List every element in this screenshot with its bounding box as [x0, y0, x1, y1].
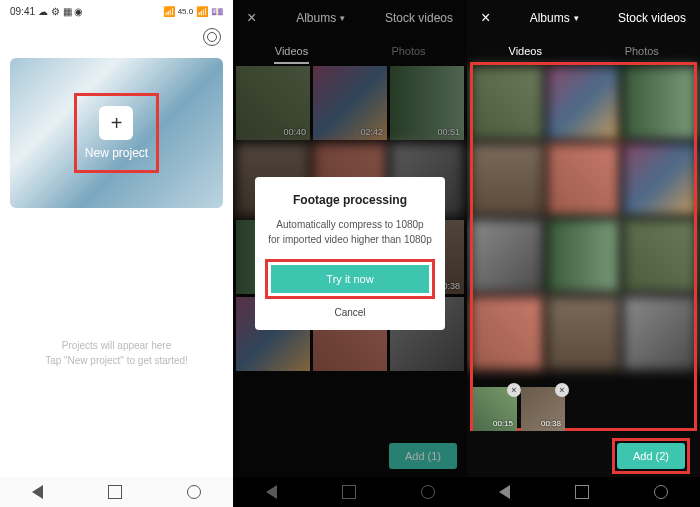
highlight-box: + New project: [74, 93, 159, 173]
screen-picker-selected: × Albums▾ Stock videos Videos Photos × 0…: [467, 0, 700, 507]
media-thumb[interactable]: [623, 296, 697, 370]
media-thumb[interactable]: [547, 296, 621, 370]
screen-picker-modal: × Albums▾ Stock videos Videos Photos 00:…: [233, 0, 467, 507]
media-thumb[interactable]: [470, 219, 544, 293]
modal-body: Automatically compress to 1080p for impo…: [265, 217, 435, 247]
nav-recent-icon[interactable]: [654, 485, 668, 499]
chevron-down-icon: ▾: [574, 13, 579, 23]
media-thumb[interactable]: [470, 66, 544, 140]
status-bar: 09:41 ☁ ⚙ ▦ ◉ 📶 45.0 📶 💷: [0, 0, 233, 22]
media-thumb[interactable]: [470, 143, 544, 217]
media-thumb[interactable]: [547, 143, 621, 217]
nav-home-icon[interactable]: [575, 485, 589, 499]
status-time: 09:41: [10, 6, 35, 17]
close-icon[interactable]: ×: [481, 9, 490, 27]
media-thumb[interactable]: [547, 66, 621, 140]
nav-back-icon[interactable]: [32, 485, 43, 499]
media-thumb[interactable]: [470, 296, 544, 370]
nav-bar: [467, 477, 700, 507]
footage-modal: Footage processing Automatically compres…: [255, 177, 445, 330]
add-bar: Add (2): [467, 435, 700, 477]
try-it-now-button[interactable]: Try it now: [271, 265, 429, 293]
new-project-label: New project: [85, 146, 148, 160]
media-thumb[interactable]: [623, 66, 697, 140]
highlight-box: Add (2): [612, 438, 690, 474]
stock-videos-link[interactable]: Stock videos: [618, 11, 686, 25]
media-thumb[interactable]: [547, 219, 621, 293]
nav-bar: [0, 477, 233, 507]
nav-home-icon[interactable]: [108, 485, 122, 499]
media-grid: [467, 66, 700, 370]
tab-videos[interactable]: Videos: [467, 36, 584, 66]
screen-home: 09:41 ☁ ⚙ ▦ ◉ 📶 45.0 📶 💷 + New project P…: [0, 0, 233, 507]
selected-thumb[interactable]: × 00:38: [521, 387, 565, 431]
highlight-box: Try it now: [265, 259, 435, 299]
plus-icon: +: [99, 106, 133, 140]
media-thumb[interactable]: [623, 219, 697, 293]
hero-banner: + New project: [10, 58, 223, 208]
modal-overlay: Footage processing Automatically compres…: [233, 0, 467, 507]
remove-icon[interactable]: ×: [507, 383, 521, 397]
remove-icon[interactable]: ×: [555, 383, 569, 397]
selected-strip: × 00:15 × 00:38: [473, 387, 565, 431]
settings-icon[interactable]: [203, 28, 221, 46]
selected-thumb[interactable]: × 00:15: [473, 387, 517, 431]
status-indicators: 📶 45.0 📶 💷: [163, 6, 223, 17]
tab-photos[interactable]: Photos: [584, 36, 701, 66]
modal-title: Footage processing: [265, 193, 435, 207]
top-bar: × Albums▾ Stock videos: [467, 0, 700, 36]
media-tabs: Videos Photos: [467, 36, 700, 66]
add-button[interactable]: Add (2): [617, 443, 685, 469]
media-thumb[interactable]: [623, 143, 697, 217]
new-project-button[interactable]: + New project: [79, 98, 154, 168]
nav-back-icon[interactable]: [499, 485, 510, 499]
albums-dropdown[interactable]: Albums▾: [530, 11, 579, 25]
nav-recent-icon[interactable]: [187, 485, 201, 499]
cancel-button[interactable]: Cancel: [265, 307, 435, 318]
empty-state: Projects will appear here Tap "New proje…: [0, 338, 233, 368]
